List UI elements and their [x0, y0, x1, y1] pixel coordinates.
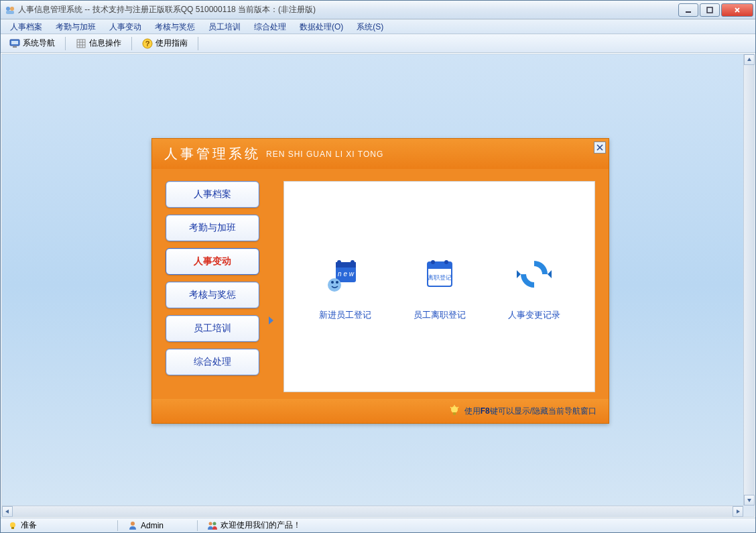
- toolbar-sep: [198, 37, 198, 50]
- vertical-scrollbar[interactable]: [743, 54, 754, 506]
- func-label: 员工离职登记: [414, 309, 466, 321]
- menu-personnel-change[interactable]: 人事变动: [103, 19, 148, 34]
- svg-point-0: [6, 7, 10, 11]
- sync-icon: [513, 253, 556, 296]
- func-label: 人事变更记录: [508, 309, 560, 321]
- svg-point-17: [337, 260, 341, 264]
- nav-panel: 人事管理系统 REN SHI GUAN LI XI TONG 人事档案 考勤与加…: [151, 138, 609, 424]
- tool-nav-label: 系统导航: [23, 38, 55, 49]
- tool-info-op[interactable]: 信息操作: [70, 36, 127, 51]
- status-welcome: 欢迎使用我们的产品！: [203, 520, 305, 531]
- scroll-left-icon[interactable]: [2, 506, 13, 517]
- menu-system[interactable]: 系统(S): [350, 19, 390, 34]
- window-controls: [678, 3, 754, 17]
- menu-evaluation[interactable]: 考核与奖惩: [148, 19, 202, 34]
- svg-rect-7: [13, 46, 17, 48]
- nav-title-en: REN SHI GUAN LI XI TONG: [266, 150, 383, 159]
- svg-rect-4: [707, 7, 712, 13]
- svg-text:n e w: n e w: [338, 270, 355, 278]
- statusbar: 准备 Admin 欢迎使用我们的产品！: [1, 518, 755, 532]
- toolbar-sep: [131, 37, 132, 50]
- tool-info-label: 信息操作: [89, 38, 121, 49]
- svg-text:离职登记: 离职登记: [428, 274, 452, 281]
- horizontal-scrollbar[interactable]: [2, 506, 743, 516]
- func-label: 新进员工登记: [319, 309, 371, 321]
- svg-point-26: [444, 260, 448, 264]
- side-item-comprehensive[interactable]: 综合处理: [166, 349, 259, 375]
- app-icon: [5, 5, 15, 15]
- app-window: 人事信息管理系统 -- 技术支持与注册正版联系QQ 510000118 当前版本…: [0, 0, 756, 533]
- svg-rect-6: [11, 41, 18, 44]
- toolbar-sep: [65, 37, 66, 50]
- tool-guide[interactable]: ? 使用指南: [136, 36, 194, 51]
- svg-rect-2: [6, 11, 14, 14]
- svg-rect-31: [11, 527, 14, 529]
- user-icon: [127, 520, 138, 531]
- svg-point-1: [10, 7, 14, 11]
- maximize-button[interactable]: [700, 3, 720, 17]
- lightbulb-icon: [448, 405, 460, 417]
- func-new-employee[interactable]: n e w 新进员工登记: [305, 253, 385, 321]
- side-item-personnel-file[interactable]: 人事档案: [166, 181, 259, 208]
- side-item-personnel-change[interactable]: 人事变动: [166, 248, 259, 275]
- nav-hint: 使用F8键可以显示/隐藏当前导航窗口: [464, 406, 596, 417]
- content-panel: n e w 新进员工登记: [284, 181, 595, 392]
- status-user: Admin: [123, 520, 168, 531]
- nav-panel-close-button[interactable]: [594, 141, 606, 154]
- svg-rect-24: [428, 262, 452, 269]
- svg-rect-29: [453, 412, 456, 415]
- svg-point-20: [328, 278, 341, 292]
- nav-body: 人事档案 考勤与加班 人事变动 考核与奖惩 员工培训 综合处理: [152, 169, 609, 399]
- svg-rect-3: [686, 11, 691, 13]
- status-ready: 准备: [3, 520, 41, 531]
- close-button[interactable]: [721, 3, 753, 17]
- client-area: 人事管理系统 REN SHI GUAN LI XI TONG 人事档案 考勤与加…: [1, 54, 755, 517]
- side-item-attendance[interactable]: 考勤与加班: [166, 215, 259, 241]
- nav-title-cn: 人事管理系统: [164, 145, 261, 163]
- menu-data-process[interactable]: 数据处理(O): [293, 19, 350, 34]
- scroll-corner: [743, 506, 754, 516]
- svg-point-34: [213, 522, 216, 525]
- status-sep: [197, 520, 198, 531]
- scroll-up-icon[interactable]: [744, 54, 755, 65]
- minimize-button[interactable]: [678, 3, 698, 17]
- nav-panel-header: 人事管理系统 REN SHI GUAN LI XI TONG: [152, 139, 609, 169]
- side-item-evaluation[interactable]: 考核与奖惩: [166, 282, 259, 308]
- window-title: 人事信息管理系统 -- 技术支持与注册正版联系QQ 510000118 当前版本…: [18, 4, 678, 15]
- toolbar: 系统导航 信息操作 ? 使用指南: [1, 34, 755, 53]
- scroll-right-icon[interactable]: [733, 506, 743, 517]
- leave-register-icon: 离职登记: [418, 253, 461, 296]
- tool-system-nav[interactable]: 系统导航: [3, 36, 61, 51]
- svg-point-32: [131, 522, 135, 526]
- menu-personnel-file[interactable]: 人事档案: [3, 19, 49, 34]
- func-employee-leave[interactable]: 离职登记 员工离职登记: [399, 253, 480, 321]
- titlebar: 人事信息管理系统 -- 技术支持与注册正版联系QQ 510000118 当前版本…: [1, 1, 755, 19]
- svg-point-25: [431, 260, 435, 264]
- new-employee-icon: n e w: [324, 253, 367, 296]
- svg-point-28: [451, 406, 458, 413]
- scroll-down-icon[interactable]: [744, 495, 755, 506]
- menubar: 人事档案 考勤与加班 人事变动 考核与奖惩 员工培训 综合处理 数据处理(O) …: [1, 19, 755, 34]
- help-icon: ?: [142, 38, 153, 49]
- status-sep: [117, 520, 118, 531]
- svg-rect-8: [77, 40, 85, 48]
- monitor-icon: [9, 38, 20, 49]
- svg-point-33: [209, 522, 212, 525]
- menu-training[interactable]: 员工培训: [202, 19, 247, 34]
- side-menu: 人事档案 考勤与加班 人事变动 考核与奖惩 员工培训 综合处理: [166, 181, 259, 392]
- bulb-icon: [7, 520, 18, 531]
- side-item-training[interactable]: 员工培训: [166, 315, 259, 342]
- svg-point-18: [351, 260, 355, 264]
- svg-point-21: [331, 281, 334, 284]
- svg-point-30: [10, 522, 15, 528]
- menu-attendance[interactable]: 考勤与加班: [49, 19, 103, 34]
- users-icon: [207, 520, 218, 531]
- side-arrow-icon: [267, 316, 275, 325]
- func-change-record[interactable]: 人事变更记录: [494, 253, 574, 321]
- svg-point-22: [336, 281, 338, 284]
- grid-icon: [76, 38, 86, 49]
- menu-comprehensive[interactable]: 综合处理: [247, 19, 293, 34]
- tool-guide-label: 使用指南: [155, 38, 188, 49]
- svg-text:?: ?: [145, 40, 150, 48]
- nav-footer: 使用F8键可以显示/隐藏当前导航窗口: [152, 399, 609, 423]
